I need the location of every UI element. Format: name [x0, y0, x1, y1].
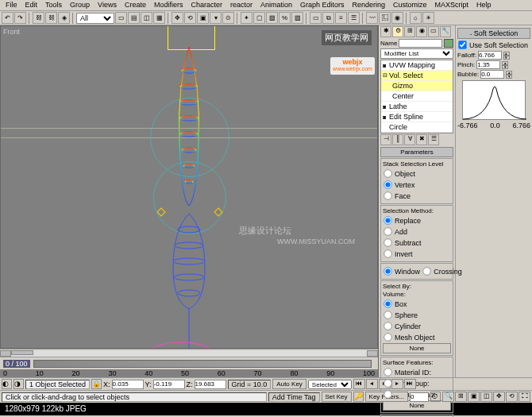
goto-start-icon[interactable]: ⏮	[353, 379, 365, 389]
menu-tools[interactable]: Tools	[41, 1, 66, 10]
coord-x[interactable]	[112, 380, 144, 389]
menu-character[interactable]: Character	[187, 1, 226, 10]
zoom-ext-icon[interactable]: ▣	[468, 392, 480, 402]
hscroll-track[interactable]	[11, 350, 367, 357]
menu-rendering[interactable]: Rendering	[349, 1, 390, 10]
menu-maxscript[interactable]: MAXScript	[431, 1, 473, 10]
layers-icon[interactable]: ☰	[348, 12, 360, 24]
ssl-object-radio[interactable]	[384, 169, 391, 177]
rotate-icon[interactable]: ⟲	[184, 12, 196, 24]
menu-animation[interactable]: Animation	[256, 1, 296, 10]
sb-sphere-radio[interactable]	[384, 311, 391, 319]
mirror-icon[interactable]: ⧉	[322, 12, 334, 24]
window-crossing-icon[interactable]: ▦	[153, 12, 165, 24]
refcoord-icon[interactable]: ▾	[210, 12, 222, 24]
pin-stack-icon[interactable]: ⊣	[380, 134, 391, 145]
st-window-radio[interactable]	[384, 267, 391, 275]
prev-frame-icon[interactable]: ◂	[366, 379, 378, 389]
menu-modifiers[interactable]: Modifiers	[150, 1, 187, 10]
stack-uvw[interactable]: ◙UVW Mapping	[381, 60, 453, 71]
menu-customize[interactable]: Customize	[389, 1, 431, 10]
modifier-stack[interactable]: ◙UVW Mapping ⊟Vol. Select Gizmo Center ◙…	[380, 60, 453, 133]
time-config-icon[interactable]: ⏱	[430, 392, 441, 402]
unique-icon[interactable]: ∀	[404, 134, 415, 145]
sm-add-radio[interactable]	[384, 227, 391, 235]
utility-tab-icon[interactable]: 🔧	[440, 26, 451, 37]
unlink-icon[interactable]: ⛓	[45, 12, 57, 24]
center-icon[interactable]: ⊙	[222, 12, 234, 24]
quick-render-icon[interactable]: ☀	[422, 12, 434, 24]
configure-icon[interactable]: ☰	[428, 134, 439, 145]
parameters-rollout[interactable]: Parameters	[380, 147, 453, 157]
show-end-icon[interactable]: ║	[392, 134, 403, 145]
soft-selection-rollout[interactable]: - Soft Selection	[457, 28, 530, 39]
material-icon[interactable]: ◉	[391, 12, 403, 24]
undo-icon[interactable]: ↶	[2, 12, 13, 24]
align-icon[interactable]: ≡	[335, 12, 347, 24]
ssl-face-radio[interactable]	[384, 191, 391, 199]
pinch-field[interactable]	[476, 60, 500, 69]
menu-file[interactable]: File	[2, 1, 21, 10]
remove-mod-icon[interactable]: ✖	[416, 134, 427, 145]
modifier-list-dropdown[interactable]: Modifier List	[380, 48, 453, 59]
psnap-icon[interactable]: %	[279, 12, 291, 24]
falloff-spinner[interactable]: ▴▾	[503, 52, 510, 60]
keymode-dropdown[interactable]: Selected	[308, 380, 352, 389]
object-name-field[interactable]	[399, 39, 442, 48]
key-icon[interactable]: 🔑	[353, 392, 364, 402]
sf-smgroup-radio[interactable]	[384, 379, 391, 387]
color-swatch[interactable]	[444, 39, 453, 48]
coord-z[interactable]	[195, 380, 226, 389]
lock-icon[interactable]: 🔒	[91, 379, 102, 389]
menu-help[interactable]: Help	[472, 1, 495, 10]
minmax-icon[interactable]: ⛶	[519, 392, 530, 402]
manip-icon[interactable]: ✦	[241, 12, 253, 24]
hscroll-left[interactable]	[0, 350, 11, 357]
timeline-track[interactable]	[33, 360, 372, 368]
add-time-tag[interactable]: Add Time Tag	[268, 392, 320, 402]
sb-mesh-radio[interactable]	[384, 333, 391, 341]
sm-invert-radio[interactable]	[384, 249, 391, 257]
menu-grapheditors[interactable]: Graph Editors	[296, 1, 349, 10]
named-sel-icon[interactable]: ▭	[310, 12, 322, 24]
zoom-icon[interactable]: 🔍	[442, 392, 454, 402]
selection-filter-dropdown[interactable]: All	[76, 13, 114, 24]
link-icon[interactable]: ⛓	[33, 12, 44, 24]
modify-tab-icon[interactable]: ⚙	[392, 26, 403, 37]
select-name-icon[interactable]: ▤	[128, 12, 140, 24]
snap-icon[interactable]: ▢	[253, 12, 265, 24]
stack-center[interactable]: Center	[381, 91, 453, 102]
move-icon[interactable]: ✥	[172, 12, 183, 24]
autokey-button[interactable]: Auto Key	[272, 379, 306, 389]
prompt-icon[interactable]: ◑	[13, 379, 24, 389]
stack-lathe[interactable]: ◙Lathe	[381, 102, 453, 112]
select-region-icon[interactable]: ◫	[141, 12, 152, 24]
goto-end-icon[interactable]: ⏭	[404, 379, 416, 389]
menu-views[interactable]: Views	[94, 1, 121, 10]
pinch-spinner[interactable]: ▴▾	[502, 61, 508, 69]
setkey-button[interactable]: Set Key	[322, 392, 352, 402]
arc-rotate-icon[interactable]: ⟲	[506, 392, 518, 402]
sb-none-button[interactable]: None	[383, 343, 451, 353]
curve-editor-icon[interactable]: 〰	[366, 12, 378, 24]
use-soft-sel-checkbox[interactable]	[458, 41, 466, 48]
sf-texmap-radio[interactable]	[384, 390, 391, 398]
motion-tab-icon[interactable]: ◉	[416, 26, 427, 37]
render-scene-icon[interactable]: ☼	[410, 12, 422, 24]
sb-cylinder-radio[interactable]	[384, 322, 391, 330]
bubble-field[interactable]	[480, 70, 504, 79]
hierarchy-tab-icon[interactable]: ⊞	[404, 26, 415, 37]
sb-box-radio[interactable]	[384, 299, 391, 307]
hscroll-right[interactable]	[367, 350, 378, 357]
current-frame-field[interactable]	[410, 392, 429, 402]
stack-gizmo[interactable]: Gizmo	[381, 81, 453, 91]
menu-edit[interactable]: Edit	[21, 1, 42, 10]
sf-matid-radio[interactable]	[384, 368, 391, 376]
menu-group[interactable]: Group	[66, 1, 94, 10]
script-listener-icon[interactable]: ◐	[2, 379, 12, 389]
asnap-icon[interactable]: ▧	[266, 12, 278, 24]
sm-replace-radio[interactable]	[384, 216, 391, 224]
bind-icon[interactable]: ◈	[58, 12, 70, 24]
create-tab-icon[interactable]: ✱	[380, 26, 391, 37]
timeline[interactable]: 0 / 100	[0, 357, 378, 369]
